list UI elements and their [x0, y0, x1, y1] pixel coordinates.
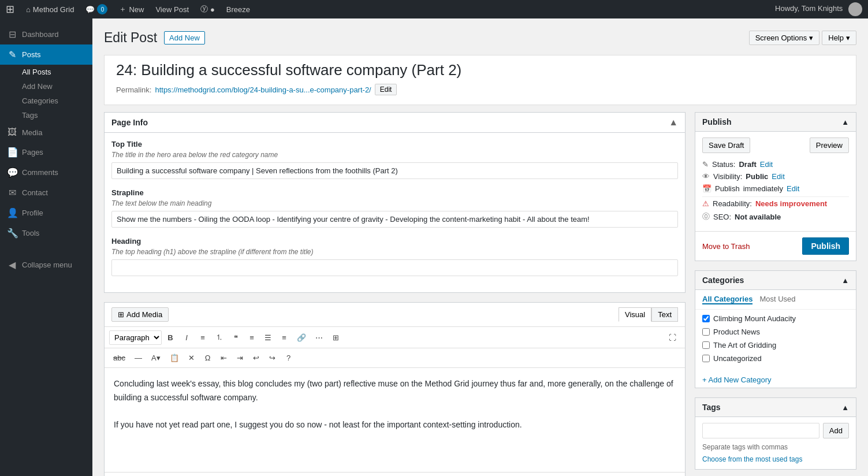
permalink-url[interactable]: https://methodgrid.com/blog/24-building-… — [155, 85, 371, 94]
post-title-input[interactable] — [116, 61, 844, 79]
publish-header[interactable]: Publish ▲ — [695, 113, 856, 132]
publish-button[interactable]: Publish — [802, 237, 849, 255]
align-center-button[interactable]: ☰ — [260, 330, 275, 345]
add-new-button[interactable]: Add New — [164, 31, 205, 44]
most-used-tab[interactable]: Most Used — [759, 295, 795, 304]
strapline-input[interactable] — [111, 211, 678, 228]
adminbar-view-post[interactable]: View Post — [150, 5, 195, 14]
publish-box: Publish ▲ Save Draft Preview ✎ Status: D… — [695, 112, 856, 261]
dashboard-icon: ⊟ — [7, 29, 17, 40]
save-draft-button[interactable]: Save Draft — [702, 137, 750, 153]
adminbar-new-label: New — [129, 5, 144, 14]
adminbar-yoast[interactable]: ⓨ ● — [195, 4, 221, 14]
publish-edit-link[interactable]: Edit — [787, 184, 799, 193]
redo-button[interactable]: ↪ — [265, 351, 280, 365]
readability-label: Readability: — [713, 199, 752, 208]
tags-input[interactable] — [702, 423, 819, 438]
status-icon: ✎ — [702, 160, 709, 169]
adminbar-site-name: Method Grid — [33, 5, 74, 14]
tools-icon: 🔧 — [7, 228, 17, 239]
sidebar-item-comments[interactable]: 💬 Comments — [0, 162, 92, 183]
outdent-button[interactable]: ⇤ — [217, 351, 232, 365]
screen-options-button[interactable]: Screen Options ▾ — [749, 31, 820, 45]
sidebar-item-add-new[interactable]: Add New — [0, 79, 92, 94]
sidebar-item-all-posts[interactable]: All Posts — [0, 65, 92, 79]
page-info-header[interactable]: Page Info ▲ — [105, 113, 685, 133]
text-color-button[interactable]: A▾ — [147, 351, 165, 365]
sidebar-item-media[interactable]: 🖼 Media — [0, 122, 92, 142]
contact-icon: ✉ — [7, 187, 17, 198]
adminbar-breeze-label: Breeze — [226, 5, 250, 14]
tags-most-used-link[interactable]: Choose from the most used tags — [702, 455, 802, 463]
format-select[interactable]: Paragraph Heading 1 Heading 2 Heading 3 — [109, 330, 162, 345]
tags-input-row: Add — [702, 423, 849, 438]
visual-tab[interactable]: Visual — [619, 307, 651, 322]
sidebar-item-dashboard[interactable]: ⊟ Dashboard — [0, 24, 92, 44]
special-char-button[interactable]: Ω — [200, 351, 215, 365]
blockquote-button[interactable]: ❝ — [228, 330, 243, 345]
adminbar-new[interactable]: ＋ New — [113, 4, 150, 14]
ordered-list-button[interactable]: ⒈ — [211, 329, 227, 345]
publish-label: Publish — [715, 184, 740, 193]
horizontal-rule-button[interactable]: — — [131, 351, 146, 365]
sidebar-item-tools[interactable]: 🔧 Tools — [0, 223, 92, 243]
adminbar-site[interactable]: ⌂ Method Grid — [20, 5, 80, 14]
category-checkbox-climbing[interactable] — [702, 315, 710, 322]
visibility-edit-link[interactable]: Edit — [772, 172, 784, 181]
heading-input[interactable] — [111, 259, 678, 276]
sidebar-posts-label: Posts — [22, 50, 41, 59]
preview-button[interactable]: Preview — [810, 137, 849, 153]
heading-desc: The top heading (h1) above the strapline… — [111, 248, 678, 256]
sidebar-dashboard-label: Dashboard — [22, 30, 59, 39]
move-to-trash-link[interactable]: Move to Trash — [702, 242, 750, 251]
sidebar-item-contact[interactable]: ✉ Contact — [0, 183, 92, 203]
category-checkbox-uncategorized[interactable] — [702, 355, 710, 362]
top-title-input[interactable] — [111, 162, 678, 179]
undo-button[interactable]: ↩ — [249, 351, 264, 365]
tags-header[interactable]: Tags ▲ — [695, 398, 856, 417]
all-categories-tab[interactable]: All Categories — [702, 295, 752, 304]
align-right-button[interactable]: ≡ — [277, 330, 292, 345]
indent-button[interactable]: ⇥ — [233, 351, 248, 365]
edit-permalink-button[interactable]: Edit — [375, 84, 397, 95]
collapse-icon: ◀ — [7, 259, 17, 270]
editor-top-bar: ⊞ Add Media Visual Text — [105, 303, 685, 327]
tags-hint: Separate tags with commas — [702, 443, 849, 451]
fullscreen-button[interactable]: ⛶ — [665, 330, 680, 345]
visibility-icon: 👁 — [702, 172, 710, 181]
help-toolbar-button[interactable]: ? — [281, 351, 296, 365]
category-checkbox-art-of-gridding[interactable] — [702, 341, 710, 349]
text-tab[interactable]: Text — [651, 307, 678, 322]
category-checkbox-product-news[interactable] — [702, 328, 710, 336]
link-button[interactable]: 🔗 — [293, 330, 310, 345]
top-bar: Edit Post Add New Screen Options ▾ Help … — [104, 30, 856, 46]
paste-button[interactable]: 📋 — [166, 351, 183, 365]
sidebar-item-posts[interactable]: ✎ Posts — [0, 44, 92, 65]
unordered-list-button[interactable]: ≡ — [195, 330, 210, 345]
align-left-button[interactable]: ≡ — [244, 330, 259, 345]
posts-icon: ✎ — [7, 49, 17, 60]
help-button[interactable]: Help ▾ — [822, 31, 856, 45]
sidebar-item-pages[interactable]: 📄 Pages — [0, 142, 92, 162]
category-label-uncategorized: Uncategorized — [713, 354, 762, 363]
sidebar-item-tags[interactable]: Tags — [0, 108, 92, 122]
sidebar-item-profile[interactable]: 👤 Profile — [0, 203, 92, 223]
italic-button[interactable]: I — [179, 330, 194, 345]
add-new-category-link[interactable]: + Add New Category — [695, 372, 856, 388]
table-button[interactable]: ⊞ — [328, 330, 343, 345]
adminbar-breeze[interactable]: Breeze — [221, 5, 256, 14]
tags-add-button[interactable]: Add — [823, 423, 849, 438]
wp-logo-icon[interactable]: ⊞ — [6, 3, 14, 16]
adminbar-comments[interactable]: 💬 0 — [80, 4, 113, 14]
bold-button[interactable]: B — [163, 330, 178, 345]
status-edit-link[interactable]: Edit — [760, 160, 773, 169]
categories-header[interactable]: Categories ▲ — [695, 271, 856, 290]
more-button[interactable]: ⋯ — [311, 330, 327, 345]
sidebar-item-categories[interactable]: Categories — [0, 94, 92, 108]
editor-content[interactable]: Concluding last week's essay, this blog … — [105, 368, 685, 472]
sidebar-collapse[interactable]: ◀ Collapse menu — [0, 255, 92, 275]
visibility-label: Visibility: — [713, 172, 742, 181]
clear-formatting-button[interactable]: ✕ — [184, 351, 199, 365]
strikethrough-button[interactable]: abc — [109, 351, 129, 365]
add-media-button[interactable]: ⊞ Add Media — [111, 307, 169, 322]
